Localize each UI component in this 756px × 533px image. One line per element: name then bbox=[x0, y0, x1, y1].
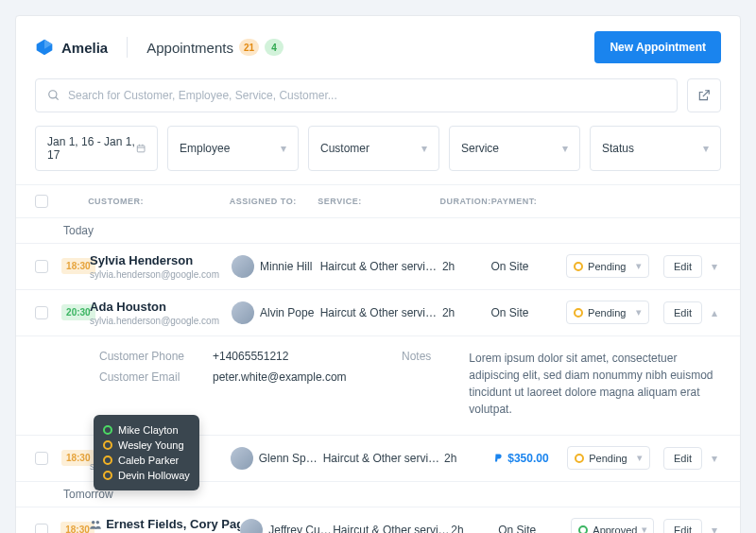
status-dot-icon bbox=[574, 262, 583, 271]
status-dot-icon bbox=[575, 454, 584, 463]
row-checkbox[interactable] bbox=[35, 452, 48, 465]
avatar bbox=[232, 255, 254, 278]
table-row: Mike Clayton Wesley Young Caleb Parker D… bbox=[16, 435, 740, 481]
duration: 2h bbox=[442, 306, 491, 319]
status-select[interactable]: Pending▾ bbox=[566, 254, 649, 278]
phone-label: Customer Phone bbox=[99, 350, 194, 363]
svg-point-7 bbox=[96, 521, 100, 524]
header-divider bbox=[127, 37, 128, 58]
group-customers-tooltip: Mike Clayton Wesley Young Caleb Parker D… bbox=[94, 415, 199, 490]
col-assigned: ASSIGNED TO: bbox=[230, 197, 318, 206]
table-row: 18:30 Sylvia Hendersonsylvia.henderson@g… bbox=[16, 243, 740, 289]
expand-toggle[interactable]: ▾ bbox=[708, 255, 721, 278]
status-dot-icon bbox=[574, 308, 583, 318]
service-text: Haircut & Other servic… bbox=[333, 524, 451, 533]
calendar-icon bbox=[136, 143, 146, 154]
select-all-checkbox[interactable] bbox=[35, 195, 48, 208]
notes-text: Lorem ipsum dolor sit amet, consectetuer… bbox=[469, 350, 721, 418]
header: Amelia Appointments 21 4 New Appointment bbox=[16, 16, 740, 78]
table-header: CUSTOMER: ASSIGNED TO: SERVICE: DURATION… bbox=[16, 184, 740, 217]
table-row: 18:30 Ernest Fields, Cory Page…Multiple … bbox=[16, 507, 740, 533]
paypal-icon bbox=[492, 453, 504, 464]
row-checkbox[interactable] bbox=[35, 260, 48, 273]
row-checkbox[interactable] bbox=[35, 524, 48, 533]
table-row: 20:30 Ada Houstonsylvia.henderson@google… bbox=[16, 289, 740, 335]
row-checkbox[interactable] bbox=[35, 306, 48, 319]
date-range-label: Jan 1, 16 - Jan 1, 17 bbox=[47, 135, 136, 162]
edit-button[interactable]: Edit bbox=[663, 301, 702, 324]
expand-toggle[interactable]: ▾ bbox=[708, 519, 721, 533]
status-dot-icon bbox=[103, 440, 112, 450]
duration: 2h bbox=[442, 260, 491, 273]
edit-button[interactable]: Edit bbox=[663, 255, 702, 278]
date-range-picker[interactable]: Jan 1, 16 - Jan 1, 17 bbox=[35, 126, 158, 171]
status-select[interactable]: Pending▾ bbox=[566, 301, 649, 324]
svg-point-6 bbox=[92, 521, 95, 524]
status-filter[interactable]: Status▾ bbox=[590, 126, 721, 171]
expand-toggle[interactable]: ▴ bbox=[708, 301, 721, 324]
expand-toggle[interactable]: ▾ bbox=[708, 447, 721, 470]
toolbar bbox=[16, 78, 740, 126]
assignee-name: Glenn Spen… bbox=[259, 452, 323, 465]
status-dot-icon bbox=[103, 471, 112, 480]
employee-filter[interactable]: Employee▾ bbox=[167, 126, 299, 171]
tooltip-item: Wesley Young bbox=[103, 438, 190, 453]
search-input[interactable] bbox=[68, 89, 665, 102]
app-card: Amelia Appointments 21 4 New Appointment… bbox=[15, 15, 741, 533]
search-icon bbox=[47, 89, 60, 102]
status-select[interactable]: Approved▾ bbox=[571, 518, 654, 533]
edit-button[interactable]: Edit bbox=[663, 447, 702, 470]
avatar bbox=[240, 519, 263, 533]
col-duration: DURATION: bbox=[439, 197, 490, 206]
group-today: Today bbox=[16, 217, 740, 243]
customer-email: sylvia.henderson@google.com bbox=[90, 316, 232, 326]
new-appointment-button[interactable]: New Appointment bbox=[594, 31, 721, 63]
tooltip-item: Caleb Parker bbox=[103, 453, 190, 468]
col-payment: PAYMENT: bbox=[491, 197, 567, 206]
customer-filter[interactable]: Customer▾ bbox=[308, 126, 439, 171]
svg-rect-2 bbox=[137, 146, 145, 152]
export-icon bbox=[697, 89, 711, 102]
notes-label: Notes bbox=[402, 350, 431, 418]
search-box[interactable] bbox=[35, 78, 678, 112]
chevron-down-icon: ▾ bbox=[636, 306, 642, 318]
logo-wrap: Amelia bbox=[35, 38, 127, 57]
assignee-name: Alvin Pope bbox=[260, 306, 314, 319]
service-text: Haircut & Other servic… bbox=[320, 260, 442, 273]
tooltip-item: Mike Clayton bbox=[103, 422, 190, 438]
avatar bbox=[232, 301, 254, 324]
duration: 2h bbox=[444, 452, 492, 465]
col-service: SERVICE: bbox=[318, 197, 439, 206]
chevron-down-icon: ▾ bbox=[421, 142, 427, 155]
service-text: Haircut & Other servic… bbox=[320, 306, 442, 319]
payment: On Site bbox=[490, 260, 566, 273]
edit-button[interactable]: Edit bbox=[663, 519, 702, 533]
service-text: Haircut & Other servic… bbox=[323, 452, 444, 465]
status-dot-icon bbox=[103, 425, 112, 435]
chevron-down-icon: ▾ bbox=[636, 260, 642, 272]
assignee-name: Minnie Hill bbox=[260, 260, 312, 273]
chevron-down-icon: ▾ bbox=[637, 452, 643, 464]
filters: Jan 1, 16 - Jan 1, 17 Employee▾ Customer… bbox=[16, 126, 740, 184]
page-title: Appointments bbox=[146, 40, 233, 56]
assignee-name: Jeffrey Cun… bbox=[268, 524, 333, 533]
badge-count-2: 4 bbox=[265, 39, 284, 56]
chevron-down-icon: ▾ bbox=[642, 524, 647, 533]
email-value: peter.white@example.com bbox=[213, 370, 364, 384]
status-dot-icon bbox=[578, 525, 588, 533]
email-label: Customer Email bbox=[99, 370, 194, 384]
export-button[interactable] bbox=[687, 78, 721, 112]
customer-name: Ada Houston bbox=[90, 300, 232, 316]
phone-value: +14065551212 bbox=[213, 350, 364, 363]
badge-count-1: 21 bbox=[239, 39, 259, 56]
customer-name: Ernest Fields, Cory Page… bbox=[89, 517, 240, 533]
status-select[interactable]: Pending▾ bbox=[567, 446, 650, 470]
payment: On Site bbox=[490, 306, 566, 319]
chevron-down-icon: ▾ bbox=[703, 142, 709, 155]
logo-icon bbox=[35, 38, 54, 57]
service-filter[interactable]: Service▾ bbox=[449, 126, 580, 171]
brand-name: Amelia bbox=[61, 40, 108, 56]
status-dot-icon bbox=[103, 456, 112, 465]
group-icon bbox=[89, 518, 102, 531]
customer-name: Sylvia Henderson bbox=[90, 253, 232, 269]
